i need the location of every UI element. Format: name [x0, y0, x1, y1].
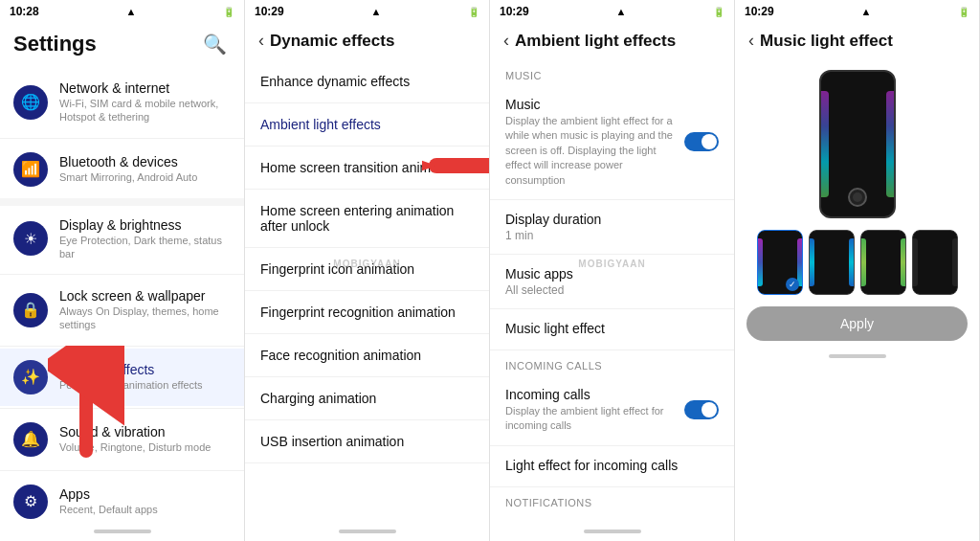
back-arrow-4[interactable]: ‹ [748, 31, 754, 51]
display-duration-value: 1 min [505, 229, 719, 242]
sound-text: Sound & vibration Volume, Ringtone, Dist… [59, 424, 231, 454]
time-2: 10:29 [255, 5, 284, 18]
thumb-item-4[interactable] [912, 230, 958, 295]
ambient-light-title: Ambient light effects [515, 32, 676, 51]
check-badge-1: ✓ [786, 278, 799, 291]
time-1: 10:28 [10, 5, 39, 18]
thumb-item-2[interactable] [809, 230, 855, 295]
menu-fingerprint-recognition[interactable]: Fingerprint recognition animation [245, 291, 489, 334]
lockscreen-sub: Always On Display, themes, home settings [59, 304, 231, 332]
thumb2-light-right [849, 238, 854, 286]
menu-enhance-dynamic[interactable]: Enhance dynamic effects [245, 60, 489, 103]
settings-panel: 10:28 ▲ 🔋 Settings 🔍 🌐 Network & interne… [0, 0, 245, 541]
notch-1: ▲ [125, 6, 136, 17]
thumb-item-1[interactable]: ✓ [757, 230, 803, 295]
incoming-calls-content: Incoming calls Display the ambient light… [505, 387, 684, 434]
display-text: Display & brightness Eye Protection, Dar… [59, 217, 231, 261]
dynamic-effects-header: ‹ Dynamic effects [245, 23, 489, 60]
settings-item-apps[interactable]: ⚙ Apps Recent, Default apps [0, 473, 244, 522]
music-toggle[interactable] [684, 132, 719, 151]
thumb-phone-2 [809, 230, 855, 295]
home-indicator-2 [339, 530, 396, 533]
settings-item-lockscreen[interactable]: 🔒 Lock screen & wallpaper Always On Disp… [0, 277, 244, 344]
network-text: Network & internet Wi-Fi, SIM card & mob… [59, 80, 231, 124]
music-row-content: Music Display the ambient light effect f… [505, 97, 684, 188]
section-music: MUSIC [490, 60, 734, 85]
dynamic-effects-panel: 10:29 ▲ 🔋 ‹ Dynamic effects Enhance dyna… [245, 0, 490, 541]
back-arrow-2[interactable]: ‹ [258, 31, 264, 51]
settings-item-network[interactable]: 🌐 Network & internet Wi-Fi, SIM card & m… [0, 69, 244, 136]
music-apps-row[interactable]: Music apps All selected [490, 255, 734, 309]
display-icon: ☀ [13, 221, 48, 256]
home-indicator-1 [94, 530, 151, 533]
settings-item-dynamic-effects[interactable]: ✨ Dynamic effects Personalized animation… [0, 349, 244, 406]
menu-home-entering[interactable]: Home screen entering animation after unl… [245, 190, 489, 248]
bluetooth-icon: 📶 [13, 152, 48, 187]
search-button[interactable]: 🔍 [199, 29, 231, 59]
thumb4-light-right [952, 238, 957, 286]
bottom-bar-3 [490, 522, 734, 541]
thumb-item-3[interactable] [860, 230, 906, 295]
thumb-phone-3 [860, 230, 906, 295]
music-light-title: Music light effect [760, 32, 893, 51]
time-3: 10:29 [500, 5, 529, 18]
music-light-effect-row[interactable]: Music light effect [490, 309, 734, 350]
thumb1-light-left [758, 238, 763, 286]
dynamic-effects-icon: ✨ [13, 360, 48, 394]
lockscreen-text: Lock screen & wallpaper Always On Displa… [59, 288, 231, 332]
ambient-light-panel: 10:29 ▲ 🔋 ‹ Ambient light effects MUSIC … [490, 0, 735, 541]
status-icons-3: 🔋 [713, 7, 724, 17]
ambient-settings-list: MUSIC Music Display the ambient light ef… [490, 60, 734, 522]
status-icons-2: 🔋 [468, 7, 479, 17]
status-bar-1: 10:28 ▲ 🔋 [0, 0, 244, 23]
music-toggle-row[interactable]: Music Display the ambient light effect f… [490, 85, 734, 200]
thumb-strip: ✓ [735, 224, 979, 301]
apps-title: Apps [59, 486, 231, 502]
menu-charging[interactable]: Charging animation [245, 377, 489, 420]
status-bar-4: 10:29 ▲ 🔋 [735, 0, 979, 23]
notch-4: ▲ [860, 6, 871, 17]
apply-button[interactable]: Apply [746, 306, 968, 341]
menu-face-recognition[interactable]: Face recognition animation [245, 334, 489, 377]
apps-sub: Recent, Default apps [59, 503, 231, 516]
light-effect-incoming-row[interactable]: Light effect for incoming calls [490, 446, 734, 487]
thumb3-light-left [861, 238, 866, 286]
apps-icon: ⚙ [13, 485, 48, 519]
music-apps-value: All selected [505, 283, 719, 297]
display-sub: Eye Protection, Dark theme, status bar [59, 234, 231, 261]
display-duration-title: Display duration [505, 212, 719, 227]
music-row-title: Music [505, 97, 684, 112]
section-notifications: NOTIFICATIONS [490, 487, 734, 512]
back-arrow-3[interactable]: ‹ [503, 31, 509, 51]
incoming-calls-toggle[interactable] [684, 400, 719, 419]
sound-sub: Volume, Ringtone, Disturb mode [59, 440, 231, 454]
menu-ambient-light[interactable]: Ambient light effects [245, 103, 489, 147]
home-indicator-4 [829, 354, 886, 358]
settings-item-display[interactable]: ☀ Display & brightness Eye Protection, D… [0, 206, 244, 273]
status-bar-3: 10:29 ▲ 🔋 [490, 0, 734, 23]
incoming-calls-row[interactable]: Incoming calls Display the ambient light… [490, 375, 734, 446]
bottom-bar-1 [0, 522, 244, 541]
dynamic-effects-title: Dynamic effects [59, 362, 231, 377]
display-duration-row[interactable]: Display duration 1 min [490, 200, 734, 255]
menu-home-transition[interactable]: Home screen transition animation [245, 147, 489, 190]
settings-item-bluetooth[interactable]: 📶 Bluetooth & devices Smart Mirroring, A… [0, 141, 244, 198]
ambient-light-header: ‹ Ambient light effects [490, 23, 734, 60]
thumb3-light-right [901, 238, 905, 286]
thumb2-light-left [810, 238, 814, 286]
battery-icon-1: 🔋 [223, 7, 234, 17]
section-incoming-calls: INCOMING CALLS [490, 350, 734, 375]
light-left [821, 91, 829, 197]
music-apps-title: Music apps [505, 266, 719, 282]
menu-fingerprint-icon[interactable]: Fingerprint icon animation [245, 248, 489, 291]
status-icons-4: 🔋 [958, 7, 969, 17]
settings-item-sound[interactable]: 🔔 Sound & vibration Volume, Ringtone, Di… [0, 411, 244, 468]
bluetooth-title: Bluetooth & devices [59, 154, 231, 169]
music-light-effect-panel: 10:29 ▲ 🔋 ‹ Music light effect ✓ [735, 0, 980, 541]
time-4: 10:29 [745, 5, 774, 18]
phone-preview [735, 60, 979, 224]
status-bar-2: 10:29 ▲ 🔋 [245, 0, 489, 23]
battery-icon-3: 🔋 [713, 7, 724, 17]
status-icons-1: 🔋 [223, 7, 234, 17]
menu-usb[interactable]: USB insertion animation [245, 420, 489, 463]
